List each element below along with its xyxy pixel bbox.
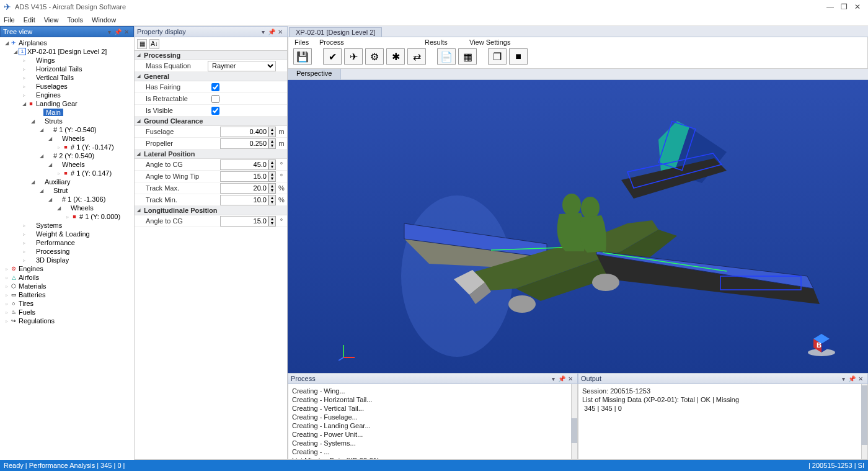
- tree-node[interactable]: ▹Wings: [0, 56, 134, 65]
- scrollbar-thumb[interactable]: [861, 385, 867, 445]
- tree-node[interactable]: ▹Vertical Tails: [0, 73, 134, 82]
- swap-icon[interactable]: ⇄: [407, 48, 426, 65]
- expander-icon[interactable]: ▹: [21, 75, 27, 81]
- expander-icon[interactable]: ◢: [38, 153, 45, 159]
- expander-icon[interactable]: ▹: [64, 214, 71, 220]
- property-group[interactable]: Longitudinale Position: [135, 206, 287, 215]
- expander-icon[interactable]: ▹: [21, 92, 27, 98]
- property-grid[interactable]: ProcessingMass EquationRaymerGeneralHas …: [134, 51, 288, 460]
- expander-icon[interactable]: ▹: [21, 223, 27, 228]
- tree-body[interactable]: ◢✈Airplanes◢1XP-02-01 [Design Level 2]▹W…: [0, 37, 134, 460]
- property-group[interactable]: Lateral Position: [135, 150, 287, 159]
- expander-icon[interactable]: ▹: [56, 145, 62, 150]
- dropdown-icon[interactable]: ▾: [105, 29, 113, 35]
- close-icon[interactable]: ✕: [122, 29, 131, 35]
- pin-icon[interactable]: 📌: [557, 375, 566, 382]
- tree-node[interactable]: ▹3D Display: [0, 256, 134, 264]
- expander-icon[interactable]: ◢: [47, 162, 53, 168]
- property-group[interactable]: Processing: [135, 51, 287, 60]
- tree-node[interactable]: ▹⬡Materials: [0, 282, 134, 290]
- expander-icon[interactable]: ◢: [21, 101, 27, 107]
- expander-icon[interactable]: ▹: [21, 258, 27, 263]
- 3d-viewport[interactable]: B: [288, 80, 868, 373]
- spinner-buttons[interactable]: ▲▼: [268, 183, 276, 194]
- spinner-buttons[interactable]: ▲▼: [268, 138, 276, 149]
- grid-icon[interactable]: ▦: [458, 48, 477, 65]
- tree-node[interactable]: ▹■# 1 (Y: -0.147): [0, 143, 134, 151]
- tree-view-header[interactable]: Tree view ▾ 📌 ✕: [0, 26, 134, 37]
- tree-node[interactable]: ▹Weight & Loading: [0, 230, 134, 238]
- gear-icon[interactable]: ⚙: [365, 48, 384, 65]
- tree-node[interactable]: ▹Systems: [0, 221, 134, 230]
- tree-node[interactable]: ◢■Landing Gear: [0, 99, 134, 108]
- tree-node[interactable]: ▹Horizontal Tails: [0, 65, 134, 73]
- spinner-buttons[interactable]: ▲▼: [268, 216, 276, 227]
- check-icon[interactable]: ✔: [323, 48, 342, 65]
- tree-node[interactable]: ◢Wheels: [0, 160, 134, 169]
- property-header[interactable]: Property display ▾ 📌 ✕: [134, 26, 288, 37]
- property-input[interactable]: [220, 127, 268, 137]
- layers-icon[interactable]: ❐: [488, 48, 507, 65]
- dropdown-icon[interactable]: ▾: [839, 375, 848, 382]
- spinner-buttons[interactable]: ▲▼: [268, 195, 276, 205]
- tree-node[interactable]: ◢1XP-02-01 [Design Level 2]: [0, 47, 134, 56]
- tree-node[interactable]: ▹⚙Engines: [0, 264, 134, 273]
- tree-node[interactable]: ▹♨Fuels: [0, 308, 134, 316]
- expander-icon[interactable]: ◢: [4, 40, 10, 46]
- spinner-buttons[interactable]: ▲▼: [268, 127, 276, 137]
- expander-icon[interactable]: ◢: [30, 179, 36, 185]
- menu-window[interactable]: Window: [92, 16, 116, 24]
- maximize-button[interactable]: ❐: [837, 2, 851, 11]
- property-checkbox[interactable]: [211, 83, 219, 91]
- menu-file[interactable]: File: [4, 16, 15, 24]
- tree-node[interactable]: Main: [0, 108, 134, 117]
- dropdown-icon[interactable]: ▾: [259, 29, 267, 35]
- asterisk-icon[interactable]: ✱: [386, 48, 405, 65]
- spinner-buttons[interactable]: ▲▼: [268, 159, 276, 170]
- process-log[interactable]: Creating - Wing... Creating - Horizontal…: [288, 384, 578, 460]
- close-icon[interactable]: ✕: [566, 375, 575, 382]
- expander-icon[interactable]: ◢: [47, 197, 53, 202]
- expander-icon[interactable]: ◢: [38, 127, 45, 133]
- tree-node[interactable]: ▹Processing: [0, 247, 134, 256]
- tree-node[interactable]: ◢Struts: [0, 117, 134, 125]
- expander-icon[interactable]: ▹: [21, 66, 27, 72]
- property-select[interactable]: Raymer: [208, 61, 276, 71]
- expander-icon[interactable]: ▹: [21, 240, 27, 246]
- property-checkbox[interactable]: [211, 107, 219, 115]
- dropdown-icon[interactable]: ▾: [549, 375, 557, 382]
- property-group[interactable]: General: [135, 72, 287, 81]
- expander-icon[interactable]: ◢: [56, 205, 62, 211]
- expander-icon[interactable]: ▹: [21, 84, 27, 89]
- tree-node[interactable]: ▹▭Batteries: [0, 290, 134, 299]
- minimize-button[interactable]: —: [823, 2, 837, 11]
- categorize-button[interactable]: ▦: [137, 39, 147, 49]
- tree-node[interactable]: ◢# 1 (X: -1.306): [0, 195, 134, 204]
- scrollbar[interactable]: [571, 384, 577, 459]
- expander-icon[interactable]: ▹: [4, 266, 10, 272]
- close-icon[interactable]: ✕: [276, 29, 285, 35]
- airplane-icon[interactable]: ✈: [344, 48, 363, 65]
- document-icon[interactable]: 📄: [437, 48, 456, 65]
- scrollbar-thumb[interactable]: [571, 418, 577, 443]
- scrollbar[interactable]: [861, 384, 867, 459]
- output-log[interactable]: Session: 200515-1253 List of Missing Dat…: [578, 384, 868, 460]
- tree-node[interactable]: ◢✈Airplanes: [0, 38, 134, 47]
- property-input[interactable]: [220, 183, 268, 194]
- expander-icon[interactable]: ◢: [47, 136, 53, 141]
- property-group[interactable]: Ground Clearance: [135, 117, 287, 126]
- expander-icon[interactable]: ▹: [21, 249, 27, 254]
- property-input[interactable]: [220, 216, 268, 227]
- property-input[interactable]: [220, 159, 268, 170]
- tree-node[interactable]: ▹Engines: [0, 91, 134, 99]
- tree-node[interactable]: ▹Performance: [0, 238, 134, 247]
- tree-node[interactable]: ▹Fuselages: [0, 82, 134, 91]
- save-icon[interactable]: 💾: [293, 48, 312, 65]
- pin-icon[interactable]: 📌: [113, 29, 122, 35]
- expander-icon[interactable]: ▹: [21, 231, 27, 237]
- stop-icon[interactable]: ■: [509, 48, 528, 65]
- sort-button[interactable]: A↓: [149, 39, 159, 49]
- property-input[interactable]: [220, 138, 268, 149]
- document-tab[interactable]: XP-02-01 [Design Level 2]: [289, 27, 382, 37]
- expander-icon[interactable]: ▹: [21, 58, 27, 63]
